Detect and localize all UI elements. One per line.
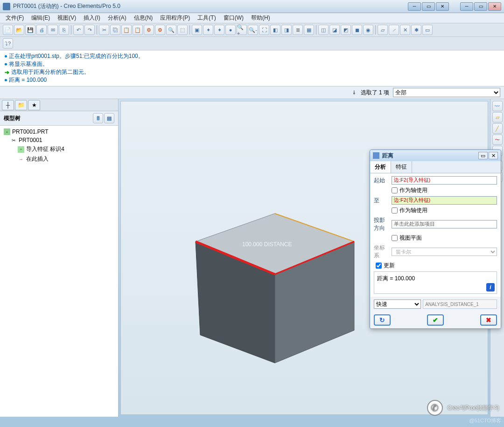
regen2-icon[interactable]: ⚙ (155, 25, 165, 35)
msg-1: 正在处理prt0001.stp。步骤51:已完成的百分比为100。 (9, 52, 144, 60)
selection-filter[interactable]: 全部 (393, 88, 500, 97)
redo-icon[interactable]: ↷ (84, 25, 95, 35)
menu-file[interactable]: 文件(F) (2, 13, 28, 23)
zoomout-icon[interactable]: 🔍- (248, 25, 258, 35)
ok-button[interactable]: ✔ (427, 314, 444, 326)
maximize-outer-button[interactable]: ▭ (474, 2, 487, 11)
spin-icon[interactable]: ✦ (203, 25, 213, 35)
cancel-button[interactable]: ✖ (480, 314, 497, 326)
datum-axis-icon[interactable]: ⟋ (389, 25, 399, 35)
open-icon[interactable]: 📂 (14, 25, 24, 35)
from-input[interactable]: 边:F2(导入特征) (392, 176, 497, 185)
viewmgr-icon[interactable]: ▦ (304, 25, 314, 35)
nohidden-icon[interactable]: ◩ (341, 25, 351, 35)
panel-pin-button[interactable]: ▭ (478, 152, 488, 159)
rt-axis-icon[interactable]: ╱ (492, 123, 503, 134)
rt-spline-icon[interactable]: 〰 (492, 101, 503, 111)
wireframe-icon[interactable]: ◫ (318, 25, 329, 35)
tab-analysis[interactable]: 分析 (370, 161, 391, 173)
mail-icon[interactable]: ✉ (48, 25, 58, 35)
model-tree[interactable]: ▫PRT0001.PRT ✂PRT0001 ▫导入特征 标识4 →在此插入 (0, 126, 118, 417)
tab-folder-icon[interactable]: 📁 (15, 100, 27, 110)
shade-icon[interactable]: ● (225, 25, 236, 35)
to-input[interactable]: 边:F2(导入特征) (392, 196, 497, 205)
message-area: 正在处理prt0001.stp。步骤51:已完成的百分比为100。 将显示基准面… (0, 50, 504, 86)
msg-4: 距离 = 100.000 (9, 76, 47, 84)
close-inner-button[interactable]: ✕ (436, 2, 449, 11)
to-label: 至 (374, 197, 389, 205)
undo-icon[interactable]: ↶ (73, 25, 84, 35)
minimize-outer-button[interactable]: ─ (460, 2, 473, 11)
tab-star-icon[interactable]: ★ (28, 100, 40, 110)
panel-close-button[interactable]: ✕ (489, 152, 498, 159)
annot-icon[interactable]: ▭ (422, 25, 433, 35)
proj-input[interactable]: 单击此处添加项目 (392, 220, 497, 228)
orient-icon[interactable]: ◧ (270, 25, 280, 35)
menu-help[interactable]: 帮助(H) (247, 13, 274, 23)
repeat-button[interactable]: ↻ (374, 314, 391, 326)
to-as-axis-checkbox[interactable] (392, 207, 398, 214)
watermark: ✆ Creo与Proe技能学习 (427, 400, 499, 416)
help-cursor-icon[interactable]: ⤵? (3, 38, 13, 49)
refit-icon[interactable]: ⛶ (259, 25, 269, 35)
minimize-button[interactable]: ─ (408, 2, 421, 11)
app-icon (3, 3, 10, 10)
layers-icon[interactable]: ≣ (293, 25, 303, 35)
menu-app[interactable]: 应用程序(P) (156, 13, 194, 23)
menu-tools[interactable]: 工具(T) (194, 13, 219, 23)
selection-count: 选取了 1 项 (361, 89, 389, 97)
menu-insert[interactable]: 插入(I) (80, 13, 104, 23)
distance-annotation: 100.000 DISTANCE (242, 241, 292, 248)
selbox-icon[interactable]: ⬚ (177, 25, 188, 35)
menu-view[interactable]: 视图(V) (54, 13, 80, 23)
coord-select: 笛卡尔 (392, 248, 497, 256)
tab-feature[interactable]: 特征 (391, 161, 412, 173)
analysis-type-select[interactable]: 快速 (374, 299, 421, 309)
cut-icon[interactable]: ✂ (99, 25, 109, 35)
paste-icon[interactable]: 📋 (121, 25, 132, 35)
info-icon[interactable]: i (486, 283, 495, 292)
repaint-icon[interactable]: ▣ (192, 25, 202, 35)
menu-analysis[interactable]: 分析(A) (104, 13, 130, 23)
savedview-icon[interactable]: ◨ (281, 25, 292, 35)
result-text: 距离 = 100.000 (377, 275, 415, 282)
tree-header: 模型树 🎚 ▤ (0, 111, 118, 126)
regen-icon[interactable]: ⚙ (144, 25, 154, 35)
spin2-icon[interactable]: ✦ (214, 25, 224, 35)
datum-plane-icon[interactable]: ▱ (378, 25, 388, 35)
menu-info[interactable]: 信息(N) (130, 13, 157, 23)
new-icon[interactable]: 📄 (3, 25, 13, 35)
save-icon[interactable]: 💾 (25, 25, 35, 35)
realtime-icon[interactable]: ◉ (363, 25, 373, 35)
titlebar: PRT0001 (活动的) - Creo Elements/Pro 5.0 ─ … (0, 0, 504, 13)
paste2-icon[interactable]: 📋 (133, 25, 143, 35)
from-as-axis-checkbox[interactable] (392, 187, 398, 193)
close-outer-button[interactable]: ✕ (488, 2, 501, 11)
export-icon[interactable]: ⎘ (59, 25, 69, 35)
tree-node-import[interactable]: ▫导入特征 标识4 (2, 144, 116, 154)
hidden-icon[interactable]: ◪ (329, 25, 340, 35)
menu-edit[interactable]: 编辑(E) (28, 13, 54, 23)
copy-icon[interactable]: ⿻ (110, 25, 120, 35)
tree-settings-icon[interactable]: 🎚 (93, 113, 103, 123)
update-checkbox[interactable] (376, 263, 382, 269)
rt-curve-icon[interactable]: 〜 (492, 135, 503, 145)
maximize-inner-button[interactable]: ▭ (422, 2, 435, 11)
datum-csys-icon[interactable]: ✱ (411, 25, 421, 35)
sidebar-tabs: ┼ 📁 ★ (0, 99, 118, 111)
datum-point-icon[interactable]: ✕ (400, 25, 410, 35)
zoomin-icon[interactable]: 🔍+ (237, 25, 247, 35)
tab-tree-icon[interactable]: ┼ (2, 100, 14, 110)
selection-bar: 🌡 选取了 1 项 全部 (0, 86, 504, 99)
print-icon[interactable]: 🖨 (36, 25, 47, 35)
shaded-icon[interactable]: ◼ (352, 25, 362, 35)
tree-show-icon[interactable]: ▤ (104, 113, 114, 123)
analysis-name-input[interactable] (423, 299, 497, 309)
menu-window[interactable]: 窗口(W) (220, 13, 247, 23)
tree-node-insert[interactable]: →在此插入 (2, 154, 116, 164)
view-plane-checkbox[interactable] (392, 235, 398, 241)
tree-node-prt0001[interactable]: ✂PRT0001 (2, 136, 116, 144)
rt-plane-icon[interactable]: ▱ (492, 112, 503, 122)
find-icon[interactable]: 🔍 (166, 25, 176, 35)
tree-root[interactable]: ▫PRT0001.PRT (2, 128, 116, 136)
